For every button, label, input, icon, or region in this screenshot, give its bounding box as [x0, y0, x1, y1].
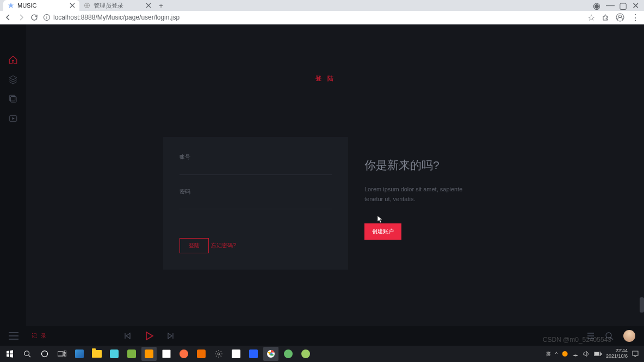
menu-icon[interactable]: [9, 332, 18, 340]
svg-rect-16: [600, 353, 602, 355]
new-tab-button[interactable]: +: [156, 0, 166, 11]
home-icon[interactable]: [8, 55, 18, 65]
bookmark-icon[interactable]: ☆: [587, 13, 595, 23]
tab-title: 管理员登录: [94, 2, 143, 10]
minimize-icon[interactable]: —: [606, 1, 612, 10]
username-label: 账号: [179, 153, 332, 161]
login-button[interactable]: 登陆: [179, 238, 209, 253]
signup-title: 你是新来的吗?: [364, 158, 473, 173]
username-input[interactable]: [179, 165, 332, 175]
app-icon[interactable]: [124, 347, 139, 361]
signup-desc: Lorem ipsum dolor sit amet, sapiente ten…: [364, 185, 473, 204]
site-info-icon[interactable]: i: [44, 14, 50, 21]
avatar[interactable]: [623, 330, 635, 342]
tab-title: MUSIC: [17, 2, 66, 9]
side-nav: [0, 24, 26, 326]
svg-point-7: [24, 351, 29, 356]
tab-favicon: [84, 2, 90, 9]
clock[interactable]: 22:44 2021/10/6: [606, 348, 628, 359]
app-icon[interactable]: [141, 347, 157, 361]
close-icon[interactable]: [146, 3, 151, 8]
start-button[interactable]: [2, 347, 17, 361]
window-controls: ◉ — ▢ ✕: [593, 0, 644, 11]
tray-chevron-icon[interactable]: ^: [555, 351, 558, 357]
settings-icon[interactable]: [211, 347, 226, 361]
system-tray: CSDN @m0_52405543 拼 ^ 🟠 22:44 2021/10/6: [546, 348, 642, 359]
forward-button[interactable]: [17, 14, 25, 21]
password-label: 密码: [179, 188, 332, 196]
maximize-icon[interactable]: ▢: [619, 1, 626, 11]
search-button[interactable]: [20, 347, 35, 361]
app-icon[interactable]: [246, 347, 261, 361]
url-text: localhost:8888/MyMusic/page/user/login.j…: [53, 14, 179, 21]
browser-tab-2[interactable]: 管理员登录: [79, 0, 156, 11]
page-heading: 登 陆: [315, 74, 336, 83]
playlist-icon[interactable]: [8, 114, 18, 123]
player-label: 记 录: [32, 332, 47, 340]
scrollbar-thumb[interactable]: [640, 297, 644, 313]
queue-icon[interactable]: [586, 332, 595, 340]
battery-icon[interactable]: [594, 352, 602, 356]
ime-indicator[interactable]: 拼: [546, 351, 551, 358]
profile-icon[interactable]: [616, 13, 624, 22]
cortana-button[interactable]: [37, 347, 52, 361]
network-icon[interactable]: [572, 351, 579, 357]
svg-rect-11: [64, 354, 66, 356]
svg-point-8: [42, 351, 48, 357]
app-icon[interactable]: [194, 347, 209, 361]
extensions-icon[interactable]: [602, 14, 609, 21]
back-button[interactable]: [4, 14, 12, 21]
app-icon[interactable]: [281, 347, 296, 361]
url-field[interactable]: i localhost:8888/MyMusic/page/user/login…: [44, 14, 582, 21]
explorer-icon[interactable]: [89, 347, 104, 361]
browser-tab-1[interactable]: MUSIC: [3, 0, 79, 11]
app-icon[interactable]: [159, 347, 174, 361]
signup-panel: 你是新来的吗? Lorem ipsum dolor sit amet, sapi…: [364, 158, 473, 240]
app-icon[interactable]: [107, 347, 122, 361]
close-icon[interactable]: [70, 3, 75, 8]
svg-rect-17: [595, 352, 599, 355]
windows-taskbar: CSDN @m0_52405543 拼 ^ 🟠 22:44 2021/10/6: [0, 346, 644, 362]
svg-rect-9: [58, 352, 63, 356]
date-text: 2021/10/6: [606, 354, 628, 359]
app-icon[interactable]: [298, 347, 313, 361]
tab-favicon: [8, 2, 14, 9]
app-icon[interactable]: [228, 347, 244, 361]
svg-rect-3: [11, 97, 17, 103]
svg-rect-10: [64, 351, 66, 353]
incognito-icon: ◉: [593, 1, 599, 11]
album-icon[interactable]: [8, 94, 18, 104]
menu-icon[interactable]: ⋮: [631, 13, 640, 23]
close-window-icon[interactable]: ✕: [632, 1, 639, 11]
prev-track-icon[interactable]: [123, 332, 131, 340]
app-icon[interactable]: [72, 347, 87, 361]
svg-rect-18: [633, 351, 638, 355]
login-card: 账号 密码 登陆 忘记密码?: [163, 137, 348, 270]
volume-icon[interactable]: [583, 351, 590, 357]
password-input[interactable]: [179, 199, 332, 209]
create-account-button[interactable]: 创建账户: [364, 223, 401, 240]
app-icon[interactable]: [176, 347, 191, 361]
forgot-password-link[interactable]: 忘记密码?: [211, 242, 236, 249]
browser-tab-bar: MUSIC 管理员登录 + ◉ — ▢ ✕: [0, 0, 644, 11]
next-track-icon[interactable]: [167, 332, 175, 340]
play-icon[interactable]: [144, 331, 154, 341]
browser-address-bar: i localhost:8888/MyMusic/page/user/login…: [0, 11, 644, 24]
layers-icon[interactable]: [8, 74, 18, 84]
reload-button[interactable]: [30, 14, 38, 21]
player-bar: 记 录: [0, 326, 644, 346]
svg-point-6: [606, 333, 611, 338]
svg-point-12: [218, 353, 220, 355]
taskview-button[interactable]: [54, 347, 70, 361]
svg-rect-4: [9, 95, 15, 101]
search-icon[interactable]: [605, 332, 614, 340]
notifications-icon[interactable]: [632, 351, 639, 357]
tray-icon[interactable]: 🟠: [562, 351, 568, 357]
page-content: 登 陆 账号 密码 登陆 忘记密码? 你是新来的吗? Lorem ipsum d…: [0, 24, 644, 346]
chrome-icon[interactable]: [263, 347, 278, 361]
